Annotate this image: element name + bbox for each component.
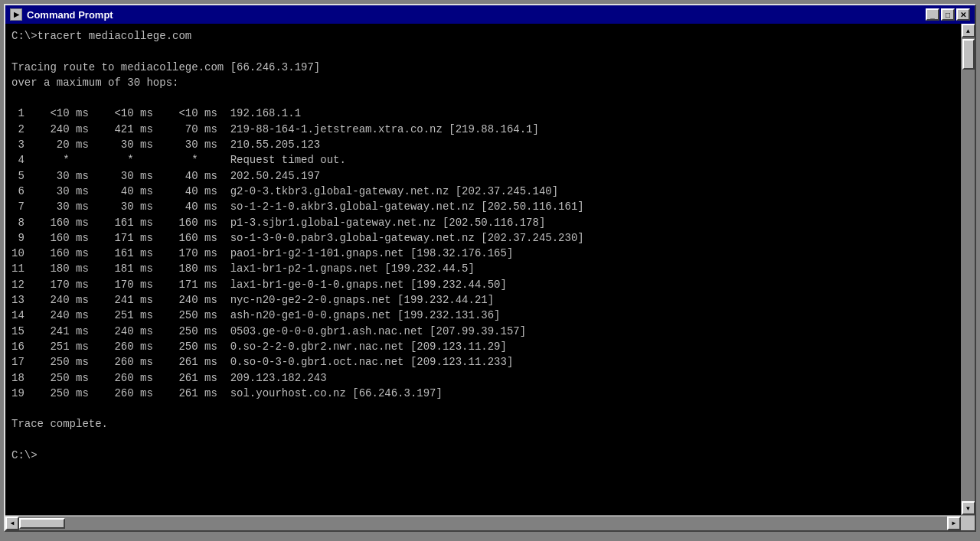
maximize-button[interactable]: □ — [941, 8, 955, 21]
close-button[interactable]: ✕ — [956, 8, 970, 21]
window-icon: ▶ — [10, 8, 22, 21]
window-body: C:\>tracert mediacollege.com Tracing rou… — [5, 24, 975, 515]
minimize-button[interactable]: _ — [926, 8, 939, 21]
title-bar: ▶ Command Prompt _ □ ✕ — [5, 5, 975, 24]
scrollbar-corner — [961, 517, 975, 530]
scroll-track[interactable] — [962, 37, 975, 501]
title-bar-controls: _ □ ✕ — [926, 8, 970, 21]
scroll-left-button[interactable]: ◀ — [5, 517, 19, 530]
title-bar-left: ▶ Command Prompt — [10, 8, 113, 21]
window-title: Command Prompt — [27, 9, 113, 21]
scroll-thumb[interactable] — [962, 39, 975, 70]
terminal-output: C:\>tracert mediacollege.com Tracing rou… — [5, 24, 961, 515]
vertical-scrollbar[interactable]: ▲ ▼ — [961, 24, 975, 515]
scroll-up-button[interactable]: ▲ — [962, 24, 975, 37]
h-scroll-thumb[interactable] — [19, 518, 65, 529]
scroll-right-button[interactable]: ▶ — [947, 517, 961, 530]
command-prompt-window: ▶ Command Prompt _ □ ✕ C:\>tracert media… — [4, 4, 976, 532]
scroll-down-button[interactable]: ▼ — [962, 501, 975, 515]
horizontal-scrollbar-bar: ◀ ▶ — [5, 515, 975, 530]
h-scroll-track[interactable] — [19, 517, 947, 530]
